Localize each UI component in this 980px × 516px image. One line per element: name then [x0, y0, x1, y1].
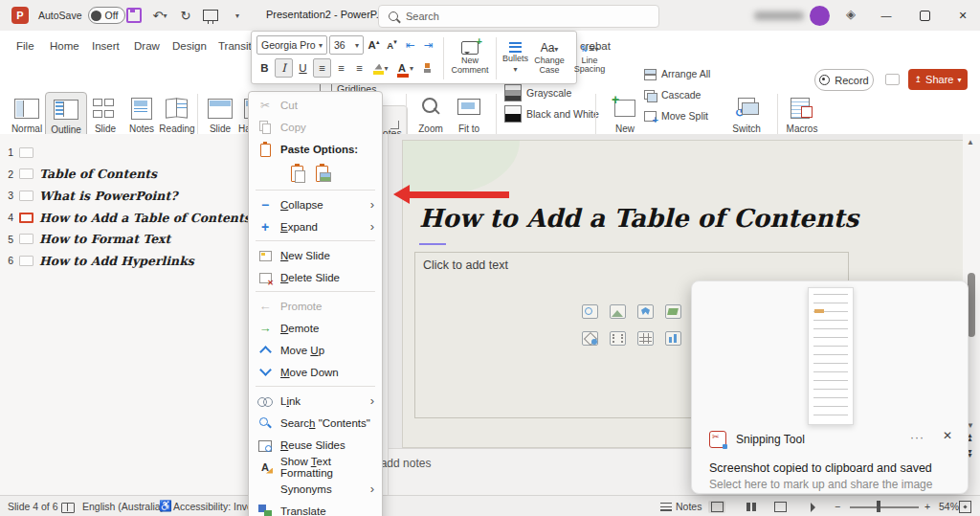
new-slide-menu-item[interactable]: New Slide › — [249, 244, 382, 266]
redo-button[interactable]: ↻ — [176, 6, 195, 25]
align-left-button[interactable]: ≡ — [313, 58, 331, 78]
zoom-level[interactable]: 54% — [939, 501, 959, 512]
fit-slide-to-window-icon[interactable] — [959, 501, 971, 513]
font-size-select[interactable]: 36▾ — [329, 35, 364, 55]
autosave-pill[interactable]: Off — [88, 7, 126, 24]
expand-menu-item[interactable]: Expand › — [249, 215, 382, 237]
search-box[interactable]: Search — [378, 5, 659, 28]
insert-video-icon[interactable] — [610, 331, 626, 346]
zoom-out-button[interactable]: − — [835, 501, 840, 512]
link-menu-item[interactable]: Link › — [249, 390, 382, 412]
translate-menu-item[interactable]: Translate › — [249, 500, 382, 516]
paste-keep-formatting-button[interactable] — [288, 164, 307, 183]
slide-sorter-status-button[interactable] — [743, 501, 760, 513]
show-text-formatting-menu-item[interactable]: Show Text Formatting › — [249, 456, 382, 478]
insert-chart-icon[interactable] — [665, 331, 681, 346]
minimize-button[interactable]: — — [867, 0, 905, 31]
comments-icon[interactable] — [885, 74, 900, 85]
undo-button[interactable]: ↶▾ — [147, 6, 172, 25]
notification-close-button[interactable]: ✕ — [943, 429, 952, 442]
synonyms-menu-item[interactable]: Synonyms › — [249, 478, 382, 500]
quick-access-overflow-button[interactable]: ▾ — [228, 6, 247, 25]
slide-icon[interactable] — [19, 191, 33, 201]
premium-diamond-icon[interactable]: ◈ — [846, 7, 856, 21]
slide-title-text[interactable]: How to Add a Table of Contents — [39, 211, 251, 225]
tab-insert[interactable]: Insert — [92, 40, 120, 52]
scrollbar-thumb[interactable] — [968, 273, 975, 337]
screenshot-thumbnail[interactable] — [808, 287, 854, 425]
slide-title-text[interactable]: Table of Contents — [39, 167, 157, 181]
share-button[interactable]: ↥ Share ▾ — [908, 69, 968, 90]
tab-home[interactable]: Home — [50, 40, 79, 52]
change-case-button[interactable]: Aa▾Change Case — [530, 42, 568, 76]
delete-slide-menu-item[interactable]: Delete Slide › — [249, 266, 382, 288]
italic-button[interactable]: I — [275, 58, 293, 78]
grayscale-button[interactable]: Grayscale — [504, 84, 571, 101]
tab-draw[interactable]: Draw — [134, 40, 160, 52]
context-menu-item[interactable]: › — [256, 386, 375, 387]
move-split-button[interactable]: Move Split — [643, 107, 708, 124]
new-comment-button[interactable]: New Comment — [450, 41, 490, 76]
align-center-button[interactable]: ≡ — [333, 59, 349, 77]
black-and-white-button[interactable]: Black and White — [504, 105, 599, 123]
font-color-button[interactable]: A▾ — [394, 59, 417, 77]
slide-icon[interactable] — [19, 256, 33, 266]
align-right-button[interactable]: ≡ — [351, 59, 368, 77]
zoom-slider[interactable] — [850, 506, 919, 508]
notification-more-button[interactable]: ··· — [910, 431, 924, 444]
slide-indicator[interactable]: Slide 4 of 6 — [8, 501, 58, 512]
shrink-font-button[interactable]: A▾ — [384, 36, 400, 54]
arrange-all-button[interactable]: Arrange All — [643, 65, 710, 82]
slide-title[interactable]: How to Add a Table of Contents — [419, 204, 858, 233]
context-menu-item[interactable]: › — [256, 291, 375, 292]
copy-menu-item[interactable]: Copy › — [249, 116, 382, 138]
zoom-in-button[interactable]: + — [924, 501, 930, 512]
spellcheck-book-icon[interactable] — [61, 503, 75, 513]
avatar[interactable] — [810, 6, 830, 26]
reuse-slides-menu-item[interactable]: Reuse Slides › — [249, 434, 382, 456]
font-name-select[interactable]: Georgia Pro Ser▾ — [256, 35, 327, 55]
underline-button[interactable]: U — [295, 59, 311, 77]
slide-title-text[interactable]: How to Add Hyperlinks — [39, 254, 194, 268]
language-indicator[interactable]: English (Australia) — [82, 501, 164, 512]
paste-as-picture-button[interactable] — [313, 164, 332, 183]
format-painter-button[interactable] — [419, 59, 435, 77]
scroll-up-icon[interactable]: ▲ — [967, 138, 974, 146]
record-button[interactable]: Record — [814, 69, 874, 91]
search-contents-menu-item[interactable]: Search "Contents" › — [249, 412, 382, 434]
collapse-menu-item[interactable]: Collapse › — [249, 193, 382, 215]
line-spacing-button[interactable]: ≡▾Line Spacing — [570, 42, 609, 76]
placeholder-text[interactable]: Click to add text — [423, 258, 508, 272]
tab-file[interactable]: File — [16, 40, 34, 52]
insert-3d-model-icon[interactable] — [582, 331, 598, 346]
insert-icons-icon[interactable] — [637, 304, 654, 319]
paste-options-menu-item[interactable]: Paste Options: › — [249, 138, 382, 160]
start-slideshow-button[interactable] — [201, 6, 220, 25]
slide-icon[interactable] — [19, 147, 33, 158]
increase-indent-icon[interactable]: ⇥ — [420, 36, 436, 54]
autosave-toggle[interactable]: AutoSave Off — [38, 7, 125, 24]
move-down-menu-item[interactable]: Move Down › — [249, 361, 382, 383]
slide-title-text[interactable]: How to Format Text — [39, 232, 170, 246]
powerpoint-logo-icon[interactable]: P — [11, 7, 29, 24]
demote-menu-item[interactable]: Demote › — [249, 317, 382, 339]
slideshow-status-button[interactable] — [804, 501, 821, 513]
move-up-menu-item[interactable]: Move Up › — [249, 339, 382, 361]
reading-view-status-button[interactable] — [771, 501, 789, 513]
insert-table-icon[interactable] — [637, 331, 654, 346]
stock-images-icon[interactable] — [582, 304, 598, 319]
context-menu-item[interactable]: › — [256, 240, 375, 241]
insert-smartart-icon[interactable] — [665, 304, 681, 319]
promote-menu-item[interactable]: Promote › — [249, 295, 382, 317]
paste-options-row-menu-item[interactable]: › — [249, 160, 382, 187]
highlighter-button[interactable]: ▾ — [369, 59, 392, 77]
close-button[interactable]: ✕ — [944, 0, 980, 31]
context-menu-item[interactable]: › — [256, 190, 375, 191]
show-dialog-launcher-icon[interactable] — [390, 121, 399, 129]
tab-design[interactable]: Design — [172, 40, 207, 52]
snipping-tool-notification[interactable]: Snipping Tool ··· ✕ Screenshot copied to… — [691, 280, 969, 494]
slide-title-text[interactable]: What is PowerPoint? — [39, 189, 178, 203]
decrease-indent-icon[interactable]: ⇤ — [402, 36, 418, 54]
maximize-button[interactable] — [905, 0, 944, 31]
insert-picture-icon[interactable] — [610, 304, 626, 319]
